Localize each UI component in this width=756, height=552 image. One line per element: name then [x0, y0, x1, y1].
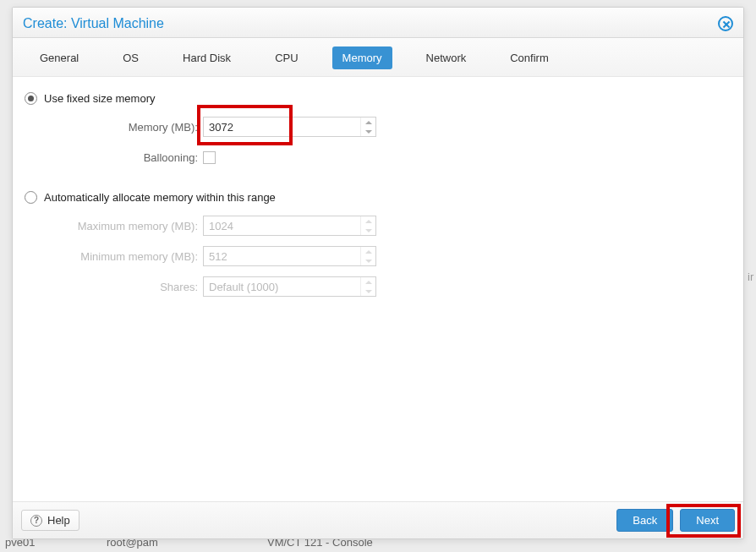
tab-cpu[interactable]: CPU [265, 46, 308, 69]
max-memory-step-down [361, 226, 375, 235]
tabbar: General OS Hard Disk CPU Memory Network … [13, 38, 743, 77]
tab-harddisk[interactable]: Hard Disk [173, 46, 241, 69]
shares-step-up [361, 277, 375, 287]
dialog-footer: ? Help Back Next [13, 501, 743, 538]
shares-spinner [203, 276, 376, 297]
next-button[interactable]: Next [680, 509, 735, 532]
memory-step-up[interactable] [361, 118, 375, 127]
max-memory-input [204, 216, 360, 235]
shares-step-down [361, 287, 375, 296]
max-memory-step-up [361, 216, 375, 226]
back-button[interactable]: Back [616, 509, 673, 532]
tab-network[interactable]: Network [416, 46, 477, 69]
chevron-down-icon [365, 290, 372, 293]
tab-confirm[interactable]: Confirm [500, 46, 559, 69]
close-icon[interactable] [718, 16, 733, 31]
shares-label: Shares: [21, 281, 203, 293]
radio-auto-memory-label: Automatically allocate memory within thi… [44, 191, 276, 204]
radio-auto-memory[interactable] [25, 191, 37, 204]
help-button[interactable]: ? Help [21, 510, 79, 531]
memory-step-down[interactable] [361, 127, 375, 136]
chevron-down-icon [365, 229, 372, 232]
dialog-body: Use fixed size memory Memory (MB): [13, 77, 743, 501]
min-memory-spinner [203, 246, 376, 266]
chevron-up-icon [365, 281, 372, 284]
memory-label: Memory (MB): [21, 121, 203, 134]
chevron-up-icon [365, 250, 372, 254]
chevron-down-icon [365, 130, 372, 134]
chevron-down-icon [365, 260, 372, 263]
create-vm-dialog: Create: Virtual Machine General OS Hard … [12, 7, 744, 539]
help-icon: ? [30, 515, 42, 527]
radio-auto-memory-row[interactable]: Automatically allocate memory within thi… [25, 191, 735, 204]
radio-fixed-memory-label: Use fixed size memory [44, 92, 155, 105]
min-memory-label: Minimum memory (MB): [21, 250, 203, 263]
bg-hint: ir [748, 271, 756, 283]
tab-memory[interactable]: Memory [332, 46, 392, 69]
min-memory-input [204, 247, 360, 265]
shares-input [204, 277, 360, 296]
radio-fixed-memory-row[interactable]: Use fixed size memory [25, 92, 735, 105]
max-memory-label: Maximum memory (MB): [21, 220, 203, 232]
memory-spinner[interactable] [203, 117, 376, 137]
chevron-up-icon [365, 220, 372, 223]
radio-fixed-memory[interactable] [25, 92, 37, 105]
ballooning-checkbox[interactable] [203, 151, 216, 164]
chevron-up-icon [365, 121, 372, 124]
min-memory-step-up [361, 247, 375, 256]
min-memory-step-down [361, 256, 375, 265]
ballooning-label: Ballooning: [21, 151, 203, 164]
dialog-header: Create: Virtual Machine [13, 8, 743, 38]
max-memory-spinner [203, 216, 376, 236]
tab-os[interactable]: OS [112, 46, 149, 69]
help-button-label: Help [47, 514, 70, 527]
memory-input[interactable] [204, 118, 360, 136]
tab-general[interactable]: General [30, 46, 89, 69]
dialog-title: Create: Virtual Machine [23, 16, 164, 31]
